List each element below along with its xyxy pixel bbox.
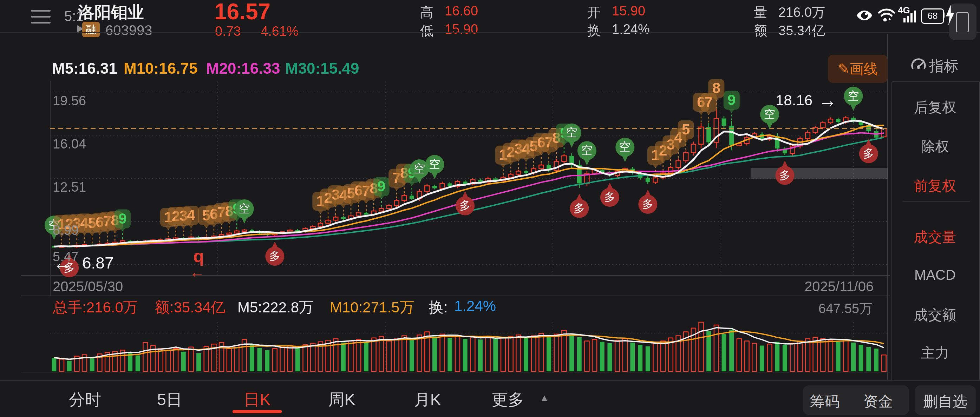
sidebar-item-后复权[interactable]: 后复权	[891, 98, 978, 117]
draw-line-label: 画线	[850, 61, 878, 76]
price-axis-label-16.04: 16.04	[52, 136, 86, 152]
vol-header-item-3: M10:271.5万	[330, 298, 414, 317]
tab-日K[interactable]: 日K	[244, 389, 271, 411]
stock-code: 603993	[105, 22, 152, 38]
remove-watchlist-label: 删自选	[923, 392, 967, 411]
high-value: 16.60	[445, 3, 478, 19]
gauge-icon	[910, 57, 927, 73]
battery-icon: 68	[921, 8, 944, 24]
vol-header-item-0: 总手:216.0万	[52, 298, 138, 317]
sidebar-item-成交量[interactable]: 成交量	[891, 227, 978, 247]
price-axis-label-12.51: 12.51	[52, 180, 86, 195]
sidebar-item-MACD[interactable]: MACD	[891, 267, 978, 283]
price-change: 0.73	[215, 24, 241, 39]
open-label: 开	[587, 3, 601, 21]
date-start: 2025/05/30	[52, 279, 123, 295]
turnover-label: 换	[587, 22, 601, 40]
tab-5日[interactable]: 5日	[157, 389, 182, 411]
ma-label-4: M30:15.49	[285, 60, 359, 77]
tab-分时[interactable]: 分时	[69, 389, 101, 411]
date-end: 2025/11/06	[804, 279, 873, 295]
amount-value: 35.34亿	[778, 22, 825, 40]
chips-button[interactable]: 筹码	[810, 392, 840, 411]
sidebar-item-主力[interactable]: 主力	[891, 343, 978, 363]
price-axis-label-5.47: 5.47	[52, 249, 79, 264]
volume-value: 216.0万	[778, 3, 825, 21]
price-axis-label-8.99: 8.99	[52, 223, 79, 238]
tab-周K[interactable]: 周K	[328, 389, 355, 411]
wifi-icon	[877, 7, 896, 22]
stock-app-page: { "header": { "time": "5:1", "stock_name…	[0, 0, 980, 417]
chips-funds-button-group: 筹码 资金	[803, 385, 909, 415]
sidebar-divider	[903, 201, 970, 202]
price-change-pct: 4.61%	[261, 24, 299, 39]
sidebar-item-前复权[interactable]: 前复权	[891, 176, 978, 195]
draw-line-button[interactable]: ✎画线	[828, 55, 888, 83]
low-annotation: 6.87	[82, 254, 114, 273]
high-label: 高	[420, 3, 433, 21]
ma-label-1: M5:16.31	[52, 60, 117, 77]
tab-更多[interactable]: 更多	[492, 389, 524, 411]
volume-label: 量	[754, 3, 767, 21]
header-divider	[0, 32, 980, 33]
indicator-button[interactable]: 指标	[929, 56, 959, 76]
remove-watchlist-button[interactable]: 删自选	[915, 385, 976, 415]
menu-icon[interactable]	[31, 10, 51, 28]
signal-bars-icon	[898, 8, 920, 22]
phone-glyph	[956, 12, 969, 33]
low-label: 低	[420, 22, 433, 40]
eye-icon	[856, 9, 873, 22]
right-arrow-icon: →	[818, 90, 837, 111]
rotate-screen-icon[interactable]	[949, 3, 977, 40]
sidebar-item-成交额[interactable]: 成交额	[891, 305, 978, 325]
funds-button[interactable]: 资金	[863, 392, 893, 411]
pencil-icon: ✎	[838, 61, 850, 76]
sidebar-item-除权[interactable]: 除权	[891, 137, 978, 156]
vol-header-item-5: 1.24%	[454, 298, 496, 314]
last-price: 16.57	[214, 0, 270, 25]
stock-name: 洛阳钼业	[78, 2, 144, 24]
margin-badge: 融	[82, 22, 100, 37]
price-axis-label-19.56: 19.56	[52, 94, 86, 108]
ma-label-2: M10:16.75	[124, 60, 197, 77]
vol-header-item-2: M5:222.8万	[237, 298, 314, 317]
tabbar-divider	[0, 380, 980, 381]
caret-up-icon: ▲	[539, 392, 549, 404]
tab-月K[interactable]: 月K	[414, 389, 441, 411]
turnover-value: 1.24%	[612, 22, 650, 37]
vol-header-item-1: 额:35.34亿	[155, 298, 226, 317]
high-annotation: 18.16	[776, 92, 813, 109]
low-value: 15.90	[445, 22, 478, 37]
vol-header-item-4: 换:	[429, 298, 448, 317]
volume-scale-max: 647.55万	[818, 300, 872, 318]
open-value: 15.90	[612, 3, 645, 19]
amount-label: 额	[754, 22, 767, 40]
ma-label-3: M20:16.33	[206, 60, 280, 77]
